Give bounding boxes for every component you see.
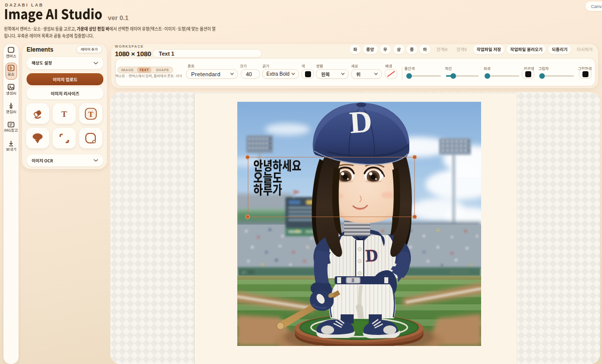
svg-text:T: T [61, 109, 67, 118]
svg-text:T: T [88, 110, 93, 118]
svg-text:D: D [365, 246, 378, 265]
svg-text:D: D [348, 104, 373, 140]
